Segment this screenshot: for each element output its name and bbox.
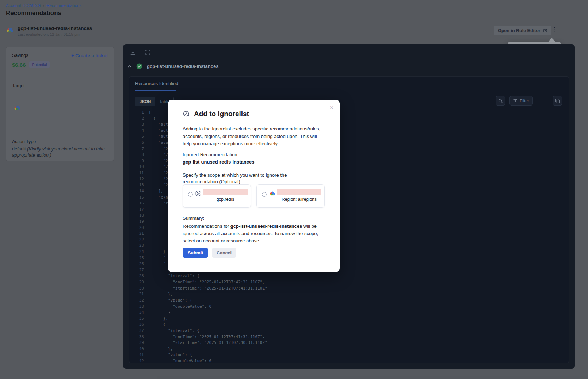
target-label: Target	[12, 83, 25, 88]
breadcrumb-account-link[interactable]: Account: CCM-NG	[6, 3, 41, 8]
line-number: 26	[129, 261, 144, 267]
radio-button[interactable]	[262, 192, 267, 197]
line-number: 18	[129, 213, 144, 219]
savings-value: $6.66	[12, 62, 26, 68]
action-type-label: Action Type	[12, 139, 36, 144]
savings-label: Savings	[12, 53, 28, 58]
gcp-logo-icon	[269, 190, 276, 197]
scope-option-region[interactable]: Region: allregions	[256, 184, 325, 208]
code-line: 41 "value": {	[129, 352, 569, 358]
line-number: 14	[129, 188, 144, 195]
line-content	[144, 237, 149, 243]
create-ticket-label: Create a ticket	[75, 53, 108, 58]
scope-option-region-label: Region: allregions	[277, 197, 321, 202]
line-number: 19	[129, 219, 144, 225]
code-line: 31 },	[129, 291, 569, 298]
tabs-divider	[129, 91, 569, 91]
line-content: "value": {	[144, 352, 192, 358]
line-content: "	[144, 207, 171, 213]
success-check-icon	[136, 63, 142, 69]
code-line: 32 "value": {	[129, 298, 569, 304]
cancel-button[interactable]: Cancel	[212, 248, 236, 258]
line-content	[144, 213, 149, 219]
code-line: 28 "interval": {	[129, 273, 569, 279]
line-content: "startTime": "2025-01-12T07:40:31.110Z"	[144, 340, 267, 346]
tab-resources-identified[interactable]: Resources Identified	[135, 81, 179, 89]
line-number: 25	[129, 255, 144, 261]
line-number: 40	[129, 346, 144, 352]
add-to-ignorelist-modal: ✕ Add to Ignorelist Adding to the Ignore…	[168, 100, 340, 272]
panel-rule-title: gcp-list-unused-redis-instances	[147, 64, 218, 69]
line-number: 5	[129, 134, 144, 140]
line-number: 34	[129, 310, 144, 316]
external-link-icon	[543, 29, 547, 33]
more-options-kebab-button[interactable]: ⋮	[550, 25, 559, 35]
line-number: 32	[129, 298, 144, 304]
search-button[interactable]	[496, 96, 505, 106]
open-in-rule-editor-button[interactable]: Open in Rule Editor	[494, 26, 551, 35]
line-content: "	[144, 255, 165, 261]
page-title: Recommendations	[6, 9, 61, 17]
line-number: 39	[129, 340, 144, 346]
line-number: 35	[129, 316, 144, 322]
code-line: 39 "startTime": "2025-01-12T07:40:31.110…	[129, 340, 569, 346]
line-content: "doubleValue": 0	[144, 304, 211, 310]
panel-toolbar	[123, 44, 575, 61]
breadcrumb: Account: CCM-NG›Recommendations	[6, 3, 81, 8]
line-number: 17	[129, 207, 144, 213]
potential-badge: Potential	[29, 61, 50, 68]
line-number: 12	[129, 176, 144, 183]
breadcrumb-page-link[interactable]: Recommendations	[46, 3, 81, 8]
line-content: "avai	[144, 140, 171, 146]
line-number: 30	[129, 286, 144, 292]
filter-button[interactable]: Filter	[509, 96, 533, 106]
scope-label: Specify the scope at which you want to i…	[183, 172, 323, 185]
collapse-chevron-icon[interactable]	[127, 65, 132, 68]
code-line: 37 "interval": {	[129, 328, 569, 334]
recommendation-header: gcp-list-unused-redis-instances Last eva…	[6, 26, 92, 37]
ignored-recommendation-value: gcp-list-unused-redis-instances	[183, 159, 254, 165]
fullscreen-icon[interactable]	[144, 49, 152, 57]
line-number: 20	[129, 225, 144, 231]
redacted-region-name	[277, 189, 321, 195]
line-number: 22	[129, 237, 144, 243]
line-number: 27	[129, 267, 144, 273]
summary-text: Recommendations for gcp-list-unused-redi…	[183, 223, 324, 244]
line-number: 23	[129, 243, 144, 249]
line-number: 28	[129, 273, 144, 279]
recommendation-details-card: Savings + Create a ticket $6.66 Potentia…	[6, 47, 114, 161]
toggle-json[interactable]: JSON	[135, 97, 155, 106]
line-number: 1	[129, 110, 144, 116]
line-content	[144, 243, 149, 249]
line-content: ],	[144, 188, 163, 195]
ignore-icon	[183, 110, 190, 118]
line-content: "alte	[144, 122, 171, 128]
service-octagon-icon	[195, 190, 202, 197]
submit-button[interactable]: Submit	[183, 248, 208, 258]
active-tab-underline	[135, 90, 176, 91]
code-line: 40 },	[129, 346, 569, 352]
code-line: 38 "endTime": "2025-01-12T07:41:31.110Z"…	[129, 334, 569, 340]
bottom-scrollbar[interactable]	[157, 376, 588, 379]
recommendation-name: gcp-list-unused-redis-instances	[18, 26, 92, 31]
line-content: },	[144, 346, 173, 352]
line-number: 16	[129, 200, 144, 207]
line-number: 10	[129, 164, 144, 170]
radio-button[interactable]	[188, 192, 193, 197]
line-number: 21	[129, 231, 144, 237]
line-number: 42	[129, 358, 144, 363]
download-icon[interactable]	[129, 49, 137, 57]
filter-funnel-icon	[513, 99, 518, 103]
summary-rule-name: gcp-list-unused-redis-instances	[230, 223, 302, 229]
close-icon[interactable]: ✕	[329, 105, 334, 111]
line-number: 37	[129, 328, 144, 334]
line-number: 24	[129, 249, 144, 255]
create-ticket-button[interactable]: + Create a ticket	[71, 53, 108, 58]
scope-option-rule[interactable]: gcp.redis	[183, 184, 251, 208]
copy-button[interactable]	[553, 96, 562, 106]
line-number: 6	[129, 140, 144, 146]
line-content: "endTime": "2025-01-12T07:42:31.110Z",	[144, 279, 265, 286]
line-number: 33	[129, 304, 144, 310]
line-content: }	[144, 249, 165, 255]
code-line: 29 "endTime": "2025-01-12T07:42:31.110Z"…	[129, 279, 569, 286]
